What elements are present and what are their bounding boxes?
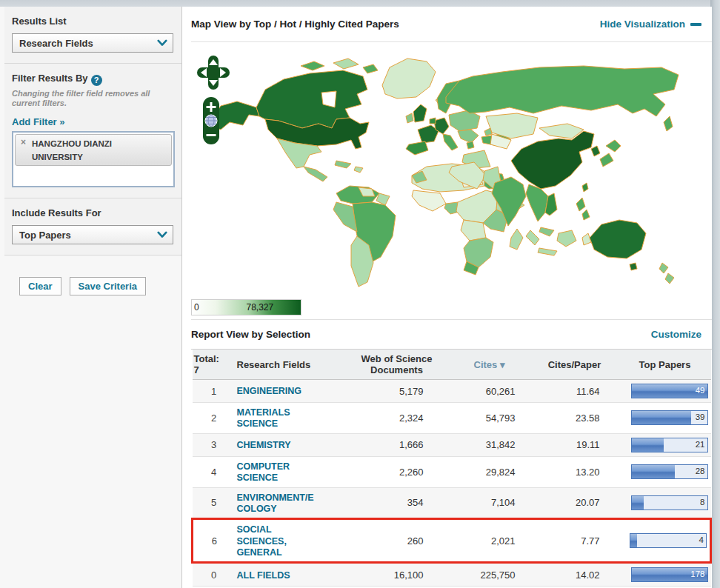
include-results-select[interactable]: Top Papers [12, 225, 173, 244]
column-cites[interactable]: Cites ▾ [449, 350, 530, 380]
research-field-link[interactable]: CHEMISTRY [237, 440, 291, 450]
map-country[interactable] [449, 110, 480, 131]
top-papers-value: 39 [696, 412, 705, 421]
map-country[interactable] [458, 130, 479, 143]
row-documents: 16,100 [345, 563, 449, 587]
table-header-row: Total: 7 Research Fields Web of Science … [193, 350, 711, 380]
map-country[interactable] [582, 183, 588, 192]
map-controls [197, 56, 231, 147]
map-legend: 0 78,327 [191, 299, 301, 315]
clear-button[interactable]: Clear [19, 277, 61, 295]
row-cites: 54,793 [449, 403, 530, 434]
map-country[interactable] [333, 59, 359, 69]
minus-icon [690, 23, 701, 26]
row-field-cell: SOCIAL SCIENCES, GENERAL [236, 519, 345, 563]
results-list-select[interactable]: Research Fields [12, 33, 173, 53]
customize-link[interactable]: Customize [651, 329, 701, 340]
table-row: 0 ALL FIELDS 16,100 225,750 14.02 178 [193, 563, 711, 587]
map-country[interactable] [406, 113, 413, 123]
save-criteria-button[interactable]: Save Criteria [70, 277, 147, 295]
map-country[interactable] [335, 161, 351, 168]
chevron-down-icon [157, 231, 167, 238]
map-country[interactable] [354, 167, 363, 173]
map-country[interactable] [510, 229, 523, 250]
map-country[interactable] [590, 220, 646, 258]
map-country[interactable] [591, 146, 600, 156]
results-list-section: Results List Research Fields [4, 7, 181, 64]
map-country[interactable] [659, 263, 668, 273]
map-country[interactable] [301, 61, 324, 70]
map-country[interactable] [363, 64, 378, 73]
map-country[interactable] [461, 220, 486, 241]
map-country[interactable] [582, 233, 591, 245]
map-country[interactable] [582, 210, 590, 220]
top-papers-bar: 28 [631, 464, 708, 479]
map-country[interactable] [304, 167, 327, 181]
row-cites-per-paper: 11.64 [530, 380, 619, 403]
research-field-link[interactable]: SOCIAL SCIENCES, GENERAL [237, 524, 287, 558]
top-papers-bar: 21 [631, 438, 708, 452]
map-country[interactable] [446, 66, 679, 116]
row-cites-per-paper: 13.20 [530, 456, 619, 487]
map-country[interactable] [526, 230, 539, 245]
world-map[interactable] [191, 51, 710, 295]
table-row: 2 MATERIALS SCIENCE 2,324 54,793 23.58 3… [193, 403, 711, 434]
pan-control-icon[interactable] [197, 56, 230, 90]
add-filter-link[interactable]: Add Filter » [12, 116, 65, 127]
map-zoom-control[interactable] [203, 97, 219, 144]
map-country[interactable] [430, 118, 436, 124]
row-cites: 7,104 [449, 487, 530, 519]
map-country[interactable] [630, 263, 637, 270]
filter-box[interactable]: × HANGZHOU DIANZI UNIVERSITY [12, 131, 175, 187]
research-field-link[interactable]: ALL FIELDS [237, 570, 290, 581]
top-papers-bar: 49 [631, 384, 708, 398]
map-country[interactable] [511, 131, 594, 189]
research-field-link[interactable]: COMPUTER SCIENCE [237, 461, 290, 483]
row-cites: 60,261 [449, 380, 530, 403]
row-cites-per-paper: 20.07 [530, 487, 619, 519]
filter-section: Filter Results By? Changing the filter f… [4, 64, 181, 198]
map-country[interactable] [539, 227, 554, 236]
research-field-link[interactable]: MATERIALS SCIENCE [237, 407, 290, 429]
map-country[interactable] [557, 230, 576, 247]
map-country[interactable] [665, 273, 674, 284]
column-cites-per-paper[interactable]: Cites/Paper [530, 350, 619, 380]
map-country[interactable] [538, 248, 557, 255]
map-country[interactable] [664, 116, 673, 131]
row-field-cell: MATERIALS SCIENCE [236, 403, 345, 434]
row-documents: 354 [345, 487, 449, 519]
help-icon[interactable]: ? [91, 75, 102, 86]
column-research-fields[interactable]: Research Fields [236, 350, 345, 380]
row-cites: 31,842 [449, 433, 530, 456]
hide-visualization-link[interactable]: Hide Visualization [600, 19, 701, 30]
top-papers-value: 21 [696, 440, 705, 449]
page: Results List Research Fields Filter Resu… [0, 0, 720, 588]
row-cites: 2,021 [449, 519, 530, 563]
column-documents[interactable]: Web of Science Documents [345, 350, 449, 380]
row-top-papers-cell: 49 [619, 380, 711, 403]
map-country[interactable] [382, 59, 436, 98]
map-country[interactable] [413, 104, 427, 122]
map-country[interactable] [576, 198, 585, 211]
map-country[interactable] [412, 190, 446, 211]
map-country[interactable] [484, 128, 492, 136]
top-papers-value: 49 [696, 386, 705, 395]
map-country[interactable] [600, 153, 613, 167]
column-top-papers[interactable]: Top Papers [619, 350, 711, 380]
map-country[interactable] [443, 134, 458, 150]
row-cites-per-paper: 19.11 [530, 433, 619, 456]
remove-filter-icon[interactable]: × [21, 137, 26, 147]
map-country[interactable] [467, 141, 474, 149]
row-field-cell: COMPUTER SCIENCE [236, 456, 345, 487]
main-panel: Map View by Top / Hot / Highly Cited Pap… [182, 7, 712, 588]
map-country[interactable] [526, 184, 548, 221]
research-field-link[interactable]: ENVIRONMENT/E COLOGY [237, 492, 314, 514]
research-field-link[interactable]: ENGINEERING [237, 386, 302, 396]
row-cites-per-paper: 23.58 [530, 403, 619, 434]
row-documents: 5,179 [345, 380, 449, 403]
map-country[interactable] [406, 141, 428, 155]
map-country[interactable] [606, 140, 621, 152]
row-rank: 5 [193, 487, 236, 519]
row-field-cell: ENVIRONMENT/E COLOGY [236, 487, 345, 519]
row-rank: 1 [193, 380, 236, 403]
